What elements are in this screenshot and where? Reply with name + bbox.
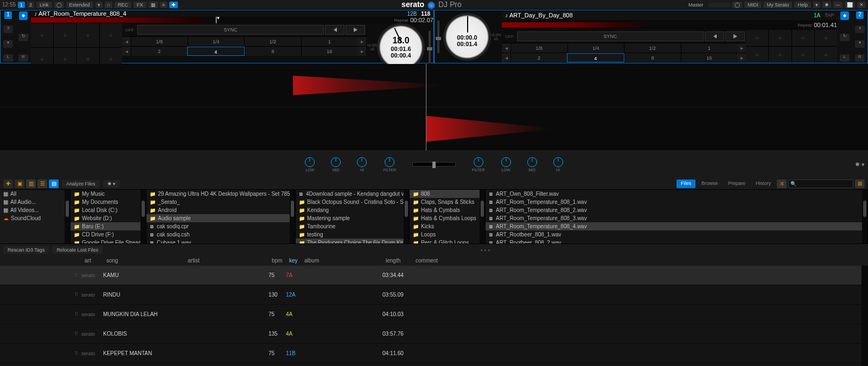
library-track-row[interactable]: ⠿seratoKOLOBIS1354A03:57.76	[0, 324, 868, 344]
browse-tab[interactable]: Browse	[697, 179, 722, 188]
drag-handle-icon[interactable]: ⠿	[71, 272, 81, 278]
rescan-id3-button[interactable]: Rescan ID3 Tags	[3, 246, 49, 254]
deck2-beat-right2-icon[interactable]: ▸	[737, 53, 746, 62]
deck2-repeat-label[interactable]: Repeat	[797, 23, 812, 28]
shuffle-icon[interactable]: ⤮	[777, 179, 787, 188]
col3-scrollbar[interactable]	[290, 190, 295, 243]
deck2-low-knob[interactable]	[501, 157, 511, 167]
browser-item[interactable]: 📁 Mastering sample▸	[296, 214, 409, 222]
deck1-beat-left-icon[interactable]: ◂	[122, 37, 131, 46]
sidebar-all-videos[interactable]: ▦ All Videos...	[0, 206, 70, 214]
drag-handle-icon[interactable]: ⠿	[71, 292, 81, 298]
close-icon[interactable]: ✕	[857, 2, 866, 8]
col-art[interactable]: art	[81, 256, 103, 266]
browser-item[interactable]: 🗎 cak sodiq.cpr	[146, 222, 295, 230]
smart-crate-icon[interactable]: ▥	[26, 179, 36, 188]
deck1-sync-button[interactable]: SYNC	[137, 25, 324, 35]
deck2-hi-knob[interactable]	[553, 157, 563, 167]
deck2-cue-5[interactable]: +	[746, 47, 768, 63]
minimize-icon[interactable]: —	[833, 2, 843, 8]
deck2-beat-1-2[interactable]: 1/2	[624, 43, 681, 53]
deck2-down-icon[interactable]: ▾	[855, 40, 865, 48]
deck2-cue-2[interactable]: +	[769, 30, 791, 46]
browser-item[interactable]: 📁 Audio sample▸	[146, 214, 295, 222]
deck1-cue-4[interactable]: +	[100, 23, 122, 47]
link-dropdown-icon[interactable]: ◯	[54, 2, 64, 8]
browser-item[interactable]: 📁 Android▸	[146, 206, 295, 214]
deck2-mid-knob[interactable]	[527, 157, 537, 167]
deck2-prev-button[interactable]	[705, 31, 724, 41]
deck1-slip-icon[interactable]: ◆	[19, 11, 28, 20]
browser-item[interactable]: 🗎 ART_Room_Temperature_808_4.wav	[486, 222, 867, 230]
sidebar-all[interactable]: ▦ All	[0, 190, 70, 198]
column-view-icon[interactable]: ▤	[49, 179, 59, 188]
deck2-cue-4[interactable]: +	[815, 30, 837, 46]
browser-item[interactable]: 📁 Tambourine▸	[296, 222, 409, 230]
deck2-beat-right-icon[interactable]: ▸	[737, 43, 746, 53]
col-bpm[interactable]: bpm	[269, 256, 286, 266]
browser-item[interactable]: 📁 The Producers Choice The 6ix Drum Kit▸	[296, 239, 409, 243]
deck1-off-label[interactable]: OFF	[123, 28, 136, 33]
browser-item[interactable]: 📁 Kendang▸	[296, 206, 409, 214]
browser-item[interactable]: 📁 Hats & Cymbals▸	[410, 206, 485, 214]
view-dropdown-icon[interactable]: ▾	[95, 2, 103, 8]
deck1-filter-knob[interactable]	[385, 157, 394, 167]
deck1-play-button[interactable]	[346, 25, 365, 35]
deck2-cue-1[interactable]: +	[746, 30, 768, 46]
relocate-files-button[interactable]: Relocate Lost Files	[52, 246, 103, 254]
browser-item[interactable]: 🗎 Cubase 1.wav	[146, 239, 295, 243]
browser-item[interactable]: 📁 My Documents▸	[71, 198, 146, 206]
browser-item[interactable]: 📁 Google Drive File Stream (G:)▸	[71, 239, 146, 243]
deck2-beat-8[interactable]: 8	[624, 53, 681, 62]
layout-2-button[interactable]: 2	[27, 2, 34, 8]
deck2-slip-icon[interactable]: ◆	[840, 11, 849, 20]
eq-settings-icon[interactable]: ✸ ▾	[855, 161, 865, 168]
view-mode-select[interactable]: Extended	[66, 2, 93, 8]
deck2-cue-3[interactable]: +	[792, 30, 814, 46]
deck1-beat-1-8[interactable]: 1/8	[131, 37, 188, 46]
library-track-row[interactable]: ⠿seratoMUNGKIN DIA LELAH754A04:10.03	[0, 305, 868, 324]
settings-icon[interactable]: ✸	[822, 2, 831, 8]
browser-item[interactable]: 🗎 ART_Own_808_Filter.wav	[486, 190, 867, 198]
col-key[interactable]: key	[286, 256, 301, 266]
search-input[interactable]: 🔍	[788, 179, 853, 188]
library-scrollbar[interactable]	[861, 266, 868, 366]
history-tab[interactable]: History	[751, 179, 775, 188]
library-drag-handle-icon[interactable]: • • •	[106, 247, 865, 253]
browser-item[interactable]: 📁 _Serato_▸	[146, 198, 295, 206]
deck1-cue-1[interactable]: +	[31, 23, 53, 47]
sidebar-soundcloud[interactable]: ☁ SoundCloud	[0, 214, 70, 222]
drag-handle-icon[interactable]: ⠿	[71, 350, 81, 356]
deck1-beat-16[interactable]: 16	[301, 47, 358, 56]
deck2-cue-7[interactable]: +	[792, 47, 814, 63]
deck1-overview-waveform[interactable]: ▼ Repeat 00:02.07	[31, 17, 433, 23]
add-crate-icon[interactable]: ✚	[3, 179, 13, 188]
github-icon[interactable]: ◯	[732, 2, 742, 8]
deck2-filter-knob[interactable]	[474, 157, 483, 167]
browser-item[interactable]: 📁 My Music▸	[71, 190, 146, 198]
deck1-mid-knob[interactable]	[331, 157, 341, 167]
deck2-beat-1[interactable]: 1	[681, 43, 738, 53]
deck2-beat-left-icon[interactable]: ◂	[502, 43, 510, 53]
grid-icon[interactable]: ≡	[160, 2, 167, 8]
col-song[interactable]: song	[103, 256, 184, 266]
deck2-loop-icon[interactable]: ↻	[840, 34, 850, 41]
col4-scrollbar[interactable]	[404, 190, 409, 243]
browser-item[interactable]: 📁 29 Amazing Ultra HD 4K Desktop Wallpap…	[146, 190, 295, 198]
clear-search-icon[interactable]: ⊠	[855, 179, 865, 188]
files-tab[interactable]: Files	[676, 179, 695, 188]
crossfader[interactable]	[412, 162, 456, 166]
deck1-pitch-slider[interactable]	[429, 31, 431, 63]
deck2-beat-4[interactable]: 4	[567, 53, 624, 62]
browser-item[interactable]: 📁 Hats & Cymbals Loops▸	[410, 214, 485, 222]
col6-scrollbar[interactable]	[862, 190, 867, 243]
deck1-cue-2[interactable]: +	[54, 23, 76, 47]
browser-item[interactable]: 🗎 ART_Room_Temperature_808_3.wav	[486, 214, 867, 222]
deck1-beat-1-2[interactable]: 1/2	[244, 37, 301, 46]
deck1-down-icon[interactable]: ▾	[3, 40, 13, 48]
browser-item[interactable]: 🗎 ART_Room_Temperature_808_1.wav	[486, 198, 867, 206]
deck2-beat-1-8[interactable]: 1/8	[510, 43, 567, 53]
sidebar-scrollbar[interactable]	[65, 190, 70, 243]
deck1-beat-8[interactable]: 8	[245, 47, 301, 56]
deck1-beat-4[interactable]: 4	[187, 47, 244, 56]
